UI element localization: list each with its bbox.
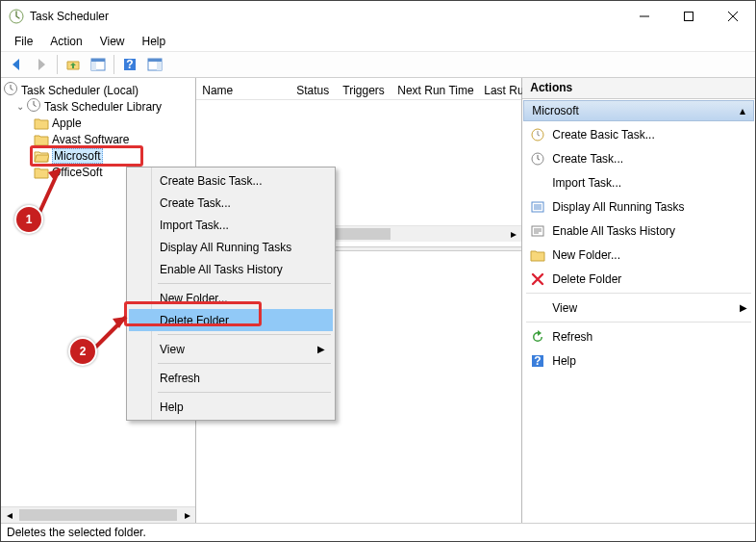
tree-item-label: Avast Software <box>52 133 129 146</box>
collapse-icon[interactable]: ⌄ <box>14 101 26 112</box>
separator <box>158 283 331 284</box>
menu-file[interactable]: File <box>7 33 40 50</box>
separator <box>526 293 751 294</box>
menu-action[interactable]: Action <box>42 33 89 50</box>
ctx-label: View <box>160 343 185 356</box>
tree-root-label: Task Scheduler (Local) <box>21 84 139 97</box>
svg-rect-4 <box>91 62 96 70</box>
col-triggers[interactable]: Triggers <box>337 81 391 100</box>
action-help[interactable]: ? Help <box>522 348 755 373</box>
ctx-label: Delete Folder <box>160 314 229 327</box>
col-last[interactable]: Last Ru <box>478 81 521 100</box>
folder-icon <box>34 116 49 130</box>
actions-group[interactable]: Microsoft ▴ <box>523 100 754 121</box>
separator <box>158 363 331 364</box>
toolbar-panes-button[interactable] <box>87 53 110 76</box>
action-display-running[interactable]: Display All Running Tasks <box>522 194 755 219</box>
menu-view[interactable]: View <box>92 33 133 50</box>
folder-icon <box>34 133 49 146</box>
ctx-display-running[interactable]: Display All Running Tasks <box>129 236 333 258</box>
blank-icon <box>530 300 545 316</box>
menu-help[interactable]: Help <box>135 33 174 50</box>
col-name[interactable]: Name <box>196 81 290 100</box>
window-title: Task Scheduler <box>30 10 109 23</box>
action-label: New Folder... <box>552 248 747 262</box>
app-icon <box>9 9 24 24</box>
action-new-folder[interactable]: New Folder... <box>522 243 755 267</box>
close-button[interactable] <box>711 2 755 31</box>
chevron-up-icon: ▴ <box>740 104 745 117</box>
tree-item-label: OfficeSoft <box>52 166 102 179</box>
tree-hscroll[interactable]: ◂ ▸ <box>1 506 195 523</box>
scroll-thumb[interactable] <box>19 509 177 521</box>
ctx-view[interactable]: View▶ <box>129 338 333 360</box>
ctx-create[interactable]: Create Task... <box>129 192 333 214</box>
action-label: Help <box>552 354 747 368</box>
toolbar: ? <box>1 51 755 78</box>
annotation-circle-2: 2 <box>68 337 97 366</box>
actions-pane: Actions Microsoft ▴ Create Basic Task...… <box>522 78 755 523</box>
ctx-new-folder[interactable]: New Folder... <box>129 287 333 309</box>
ctx-help[interactable]: Help <box>129 396 333 418</box>
blank-icon <box>530 175 545 191</box>
clock-icon <box>530 151 545 167</box>
col-status[interactable]: Status <box>290 81 337 100</box>
ctx-refresh[interactable]: Refresh <box>129 367 333 389</box>
action-create[interactable]: Create Task... <box>522 146 755 170</box>
ctx-label: New Folder... <box>160 292 228 305</box>
maximize-button[interactable] <box>667 2 711 31</box>
annotation-number: 2 <box>80 345 87 358</box>
action-label: Display All Running Tasks <box>552 200 747 214</box>
ctx-enable-history[interactable]: Enable All Tasks History <box>129 258 333 280</box>
submenu-arrow-icon: ▶ <box>317 344 325 354</box>
submenu-arrow-icon: ▶ <box>740 302 747 313</box>
up-button[interactable] <box>62 53 85 76</box>
scroll-right-icon[interactable]: ▸ <box>179 507 195 523</box>
action-create-basic[interactable]: Create Basic Task... <box>522 122 755 146</box>
back-button[interactable] <box>5 53 28 76</box>
ctx-label: Enable All Tasks History <box>160 263 283 276</box>
separator <box>526 322 751 323</box>
statusbar: Deletes the selected folder. <box>1 523 755 542</box>
scroll-left-icon[interactable]: ◂ <box>1 507 17 523</box>
action-refresh[interactable]: Refresh <box>522 324 755 348</box>
svg-rect-3 <box>91 59 105 62</box>
folder-new-icon <box>530 247 545 263</box>
tree-item-apple[interactable]: Apple <box>1 115 195 131</box>
ctx-import[interactable]: Import Task... <box>129 214 333 236</box>
refresh-icon <box>530 329 545 345</box>
ctx-create-basic[interactable]: Create Basic Task... <box>129 169 333 192</box>
action-delete-folder[interactable]: Delete Folder <box>522 267 755 291</box>
svg-rect-8 <box>148 59 162 62</box>
help-button[interactable]: ? <box>118 53 141 76</box>
action-enable-history[interactable]: Enable All Tasks History <box>522 219 755 243</box>
toolbar-separator <box>57 55 58 74</box>
tree-item-avast[interactable]: Avast Software <box>1 131 195 147</box>
annotation-number: 1 <box>26 213 33 226</box>
actions-group-label: Microsoft <box>532 104 579 117</box>
clock-wizard-icon <box>530 127 545 142</box>
action-label: Enable All Tasks History <box>552 224 747 238</box>
tree-library-label: Task Scheduler Library <box>44 100 162 114</box>
action-label: Create Task... <box>552 152 747 166</box>
titlebar: Task Scheduler <box>1 1 755 31</box>
toolbar-panes2-button[interactable] <box>143 53 166 76</box>
col-next[interactable]: Next Run Time <box>391 81 478 100</box>
action-view[interactable]: View ▶ <box>522 296 755 320</box>
action-import[interactable]: Import Task... <box>522 170 755 194</box>
ctx-delete-folder[interactable]: Delete Folder <box>129 309 333 331</box>
minimize-button[interactable] <box>622 2 667 31</box>
tree-item-microsoft[interactable]: Microsoft <box>1 147 195 164</box>
ctx-label: Create Basic Task... <box>160 174 263 188</box>
tree-item-label: Apple <box>52 116 82 130</box>
clock-library-icon <box>26 97 41 116</box>
tree-library[interactable]: ⌄ Task Scheduler Library <box>1 98 195 115</box>
scroll-right-icon[interactable]: ▸ <box>505 226 521 242</box>
annotation-circle-1: 1 <box>14 205 43 234</box>
forward-button[interactable] <box>30 53 53 76</box>
tree-root[interactable]: Task Scheduler (Local) <box>1 82 195 98</box>
svg-rect-9 <box>157 62 162 70</box>
help-icon: ? <box>530 353 545 369</box>
svg-text:?: ? <box>535 354 542 368</box>
action-label: View <box>552 301 733 315</box>
